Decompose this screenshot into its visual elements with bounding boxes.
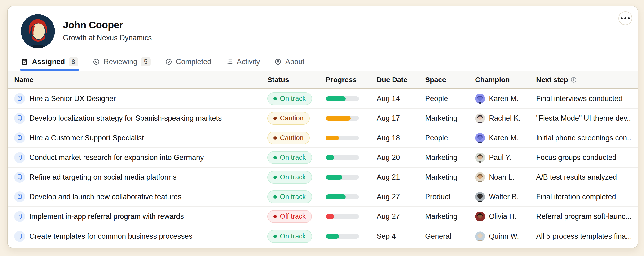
table-row[interactable]: Conduct market research for expansion in…: [8, 148, 638, 168]
champion: Karen M.: [475, 133, 536, 143]
ellipsis-icon: [621, 17, 623, 19]
progress-bar: [326, 136, 359, 140]
status-dot: [274, 156, 277, 159]
table-row[interactable]: Develop and launch new collaborative fea…: [8, 187, 638, 207]
champion-name: Noah L.: [489, 173, 514, 182]
next-step: "Fiesta Mode" UI theme dev...: [536, 114, 631, 122]
column-header-name: Name: [14, 76, 267, 84]
page: { "colors": { "page_bg": "#f7f0e3", "car…: [0, 0, 644, 256]
due-date: Aug 17: [377, 114, 425, 122]
next-step: Focus groups conducted: [536, 153, 631, 162]
task-name[interactable]: Create templates for common business pro…: [29, 232, 192, 240]
progress-bar: [326, 214, 359, 219]
tab-label: About: [285, 58, 304, 66]
next-step: A/B test results analyzed: [536, 173, 631, 182]
progress-bar: [326, 234, 359, 239]
status-dot: [274, 97, 277, 100]
progress-bar: [326, 116, 359, 121]
status-badge[interactable]: Caution: [267, 132, 310, 144]
champion-avatar: [475, 94, 485, 104]
champion-name: Karen M.: [489, 134, 518, 142]
champion-avatar: [475, 172, 485, 182]
status-badge[interactable]: On track: [267, 190, 312, 203]
task-name[interactable]: Develop and launch new collaborative fea…: [29, 192, 182, 201]
tab-completed[interactable]: Completed: [165, 53, 212, 70]
champion: Quinn W.: [475, 232, 536, 241]
status-dot: [274, 215, 277, 218]
status-badge[interactable]: On track: [267, 92, 312, 105]
column-header-status: Status: [267, 76, 326, 84]
task-icon: [14, 231, 25, 242]
task-icon: [14, 172, 25, 183]
champion: Rachel K.: [475, 113, 536, 123]
task-name[interactable]: Develop localization strategy for Spanis…: [29, 114, 222, 122]
task-name[interactable]: Hire a Senior UX Designer: [29, 94, 116, 103]
table-row[interactable]: Hire a Senior UX Designer On track Aug 1…: [8, 89, 638, 108]
info-icon[interactable]: [570, 77, 577, 83]
space: People: [425, 134, 475, 142]
tab-about[interactable]: About: [274, 53, 304, 70]
champion-name: Olivia H.: [489, 212, 516, 221]
task-name[interactable]: Refine ad targeting on social media plat…: [29, 173, 176, 182]
table-row[interactable]: Refine ad targeting on social media plat…: [8, 168, 638, 187]
progress-bar: [326, 194, 359, 199]
tab-label: Activity: [237, 58, 260, 66]
table-row[interactable]: Create templates for common business pro…: [8, 226, 638, 246]
champion-avatar: [475, 212, 485, 222]
next-step: Final interviews conducted: [536, 94, 631, 103]
status-dot: [274, 235, 277, 238]
task-icon: [14, 152, 25, 163]
table-row[interactable]: Hire a Customer Support Specialist Cauti…: [8, 128, 638, 148]
due-date: Sep 4: [377, 232, 425, 240]
more-menu-button[interactable]: [618, 11, 632, 25]
space: Marketing: [425, 114, 475, 122]
task-name[interactable]: Conduct market research for expansion in…: [29, 153, 204, 162]
column-header-next-step: Next step: [536, 76, 631, 84]
space: Marketing: [425, 212, 475, 221]
table-row[interactable]: Implement in-app referral program with r…: [8, 207, 638, 226]
task-icon: [14, 132, 25, 144]
tab-bar: Assigned 8 Reviewing 5 Completed Activit…: [8, 53, 638, 70]
progress-bar: [326, 96, 359, 101]
space: People: [425, 94, 475, 103]
tab-assigned[interactable]: Assigned 8: [21, 53, 78, 70]
table-row[interactable]: Develop localization strategy for Spanis…: [8, 108, 638, 128]
champion-avatar: [475, 133, 485, 143]
profile-avatar: [21, 14, 55, 48]
due-date: Aug 18: [377, 134, 425, 142]
clipboard-check-icon: [21, 58, 28, 66]
status-badge[interactable]: On track: [267, 230, 312, 243]
status-dot: [274, 176, 277, 179]
champion: Karen M.: [475, 94, 536, 104]
tab-count-badge: 5: [141, 57, 151, 66]
champion: Walter B.: [475, 192, 536, 202]
champion-avatar: [475, 113, 485, 123]
task-icon: [14, 93, 25, 104]
next-step: Final iteration completed: [536, 192, 631, 201]
space: Marketing: [425, 153, 475, 162]
tab-activity[interactable]: Activity: [226, 53, 260, 70]
column-header-due-date: Due Date: [377, 76, 425, 84]
column-header-space: Space: [425, 76, 475, 84]
champion-name: Quinn W.: [489, 232, 519, 240]
task-name[interactable]: Implement in-app referral program with r…: [29, 212, 184, 221]
tab-label: Completed: [176, 58, 212, 66]
table-body: Hire a Senior UX Designer On track Aug 1…: [8, 89, 638, 246]
profile-subtitle: Growth at Nexus Dynamics: [63, 34, 152, 42]
champion-avatar: [475, 232, 485, 241]
status-badge[interactable]: Off track: [267, 210, 312, 223]
progress-bar: [326, 175, 359, 180]
space: Marketing: [425, 173, 475, 182]
status-badge[interactable]: On track: [267, 151, 312, 164]
column-header-progress: Progress: [326, 76, 377, 84]
space: General: [425, 232, 475, 240]
status-badge[interactable]: Caution: [267, 112, 310, 125]
champion: Paul Y.: [475, 152, 536, 162]
task-name[interactable]: Hire a Customer Support Specialist: [29, 134, 144, 142]
task-icon: [14, 211, 25, 222]
tab-reviewing[interactable]: Reviewing 5: [92, 53, 151, 70]
progress-bar: [326, 155, 359, 160]
status-badge[interactable]: On track: [267, 171, 312, 184]
next-step: Initial phone screenings con...: [536, 134, 631, 142]
page-title: John Cooper: [63, 20, 152, 31]
